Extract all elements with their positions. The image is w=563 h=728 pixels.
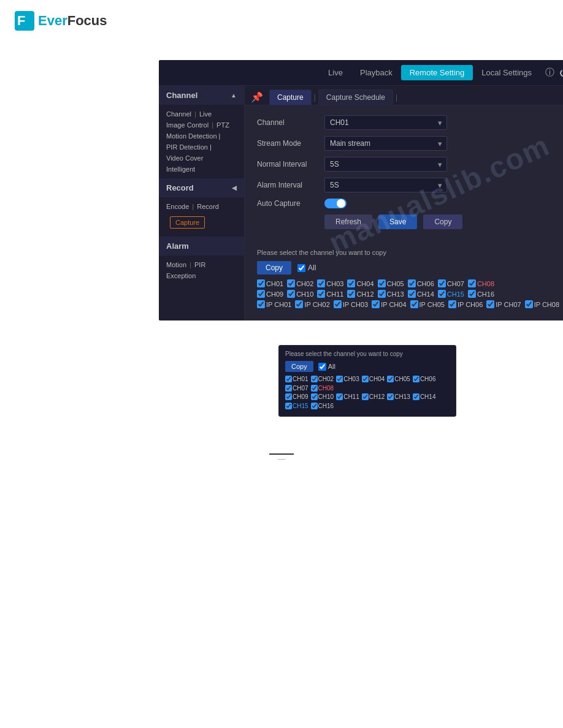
alarm-interval-select-wrapper: 5S10S30S1min [324,178,447,192]
copy-header: Copy All [257,261,563,275]
capture-button[interactable]: Capture [170,216,205,229]
channel-select[interactable]: CH01CH02CH03CH04 [324,115,447,130]
content-area: Channel ▲ Channel | Live Image Control |… [159,86,563,320]
channel-arrow-icon: ▲ [231,92,237,99]
ch08-check[interactable]: CH08 [468,279,494,287]
auto-capture-toggle[interactable]: ✓ [324,199,347,208]
normal-interval-select[interactable]: 5S10S30S1min [324,157,447,172]
nav-local-settings[interactable]: Local Settings [473,65,540,80]
ch15-check[interactable]: CH15 [438,290,464,298]
logo-area: F EverFocus [0,0,563,42]
tab-capture-schedule[interactable]: Capture Schedule [318,89,393,105]
everfocus-logo-icon: F [15,11,34,31]
copy-channels-button[interactable]: Copy [257,261,291,275]
form-row-alarm-interval: Alarm Interval 5S10S30S1min [257,178,563,192]
zoom-screenshot: Please select the channel you want to co… [278,345,456,417]
zoom-copy-button[interactable]: Copy [285,361,313,372]
ch01-check[interactable]: CH01 [257,279,283,287]
nav-remote-setting[interactable]: Remote Setting [401,65,473,80]
copy-note: Please select the channel you want to co… [257,249,563,256]
ch02-check[interactable]: CH02 [287,279,313,287]
sidebar-item-pir-detection[interactable]: PIR Detection | [159,142,244,153]
page-number: — [0,453,563,482]
ch04-check[interactable]: CH04 [347,279,373,287]
ch12-check[interactable]: CH12 [347,290,373,298]
sidebar-item-motion-pir[interactable]: Motion | PIR [159,259,244,270]
channel-select-wrapper: CH01CH02CH03CH04 [324,115,447,130]
record-sub-items: Encode | Record Capture [159,197,244,237]
copy-button[interactable]: Copy [423,214,462,229]
ip-ch07-check[interactable]: IP CH07 [486,300,521,308]
zoom-copy-header: Copy All [285,361,450,372]
sidebar-item-encode-record[interactable]: Encode | Record [159,201,244,212]
tab-pin-icon: 📌 [251,91,263,103]
tab-capture[interactable]: Capture [269,89,312,105]
ch11-check[interactable]: CH11 [317,290,343,298]
sidebar-item-intelligent[interactable]: Intelligent [159,164,244,175]
stream-mode-select-wrapper: Main streamSub stream [324,136,447,151]
svg-text:F: F [17,13,25,28]
nav-icons: ⓘ ⏻ [545,67,563,78]
ip-ch04-check[interactable]: IP CH04 [372,300,406,308]
ch05-check[interactable]: CH05 [378,279,404,287]
form-row-stream-mode: Stream Mode Main streamSub stream [257,136,563,151]
nav-playback[interactable]: Playback [351,65,401,80]
ch07-check[interactable]: CH07 [438,279,464,287]
all-checkbox-label[interactable]: All [297,264,316,272]
action-buttons: Refresh Save Copy [324,214,563,229]
ch14-check[interactable]: CH14 [408,290,434,298]
save-button[interactable]: Save [378,214,417,229]
power-icon[interactable]: ⏻ [559,67,563,78]
ip-ch08-check[interactable]: IP CH08 [525,300,559,308]
zoom-copy-section: Please select the channel you want to co… [279,346,456,416]
channel-row-2: CH09 CH10 CH11 CH12 CH13 CH14 CH15 CH16 [257,290,563,298]
sidebar-channel-header[interactable]: Channel ▲ [159,86,244,105]
sidebar-item-exception[interactable]: Exception [159,270,244,281]
ip-ch03-check[interactable]: IP CH03 [334,300,368,308]
normal-interval-label: Normal Interval [257,160,324,169]
stream-mode-select[interactable]: Main streamSub stream [324,136,447,151]
ch16-check[interactable]: CH16 [468,290,494,298]
ip-ch02-check[interactable]: IP CH02 [295,300,329,308]
sidebar-item-video-cover[interactable]: Video Cover [159,153,244,164]
ip-ch06-check[interactable]: IP CH06 [448,300,483,308]
main-screenshot: manualslib.com Live Playback Remote Sett… [159,60,563,320]
ip-ch01-check[interactable]: IP CH01 [257,300,291,308]
alarm-sub-items: Motion | PIR Exception [159,256,244,285]
form-area: Channel CH01CH02CH03CH04 Stream Mode Mai… [245,105,563,249]
info-icon[interactable]: ⓘ [545,67,554,78]
top-nav: Live Playback Remote Setting Local Setti… [159,60,563,86]
refresh-button[interactable]: Refresh [324,214,372,229]
ch13-check[interactable]: CH13 [378,290,404,298]
record-arrow-icon: ◀ [232,184,237,191]
sidebar-alarm-header[interactable]: Alarm [159,237,244,256]
all-label: All [308,264,316,272]
toggle-track[interactable]: ✓ [324,199,347,208]
stream-mode-label: Stream Mode [257,139,324,148]
tab-bar: 📌 Capture | Capture Schedule | [245,86,563,105]
sidebar-record-header[interactable]: Record ◀ [159,178,244,197]
ch09-check[interactable]: CH09 [257,290,283,298]
zoom-all-label: All [328,363,335,370]
sidebar-item-channel-live[interactable]: Channel | Live [159,108,244,119]
channel-row-ip: IP CH01 IP CH02 IP CH03 IP CH04 IP CH05 … [257,300,563,308]
form-row-auto-capture: Auto Capture ✓ [257,199,563,208]
zoom-all-checkbox-label[interactable]: All [318,363,335,371]
ch03-check[interactable]: CH03 [317,279,343,287]
ch10-check[interactable]: CH10 [287,290,313,298]
sidebar-item-motion-detection[interactable]: Motion Detection | [159,131,244,142]
zoom-all-checkbox[interactable] [318,363,326,371]
all-checkbox[interactable] [297,264,305,272]
toggle-check-icon: ✓ [339,200,344,207]
alarm-interval-select[interactable]: 5S10S30S1min [324,178,447,192]
copy-section: Please select the channel you want to co… [245,249,563,320]
ip-ch05-check[interactable]: IP CH05 [410,300,445,308]
normal-interval-select-wrapper: 5S10S30S1min [324,157,447,172]
main-panel: 📌 Capture | Capture Schedule | Channel C… [245,86,563,320]
ch06-check[interactable]: CH06 [408,279,434,287]
brand-name: EverFocus [38,13,107,29]
sidebar-item-image-control[interactable]: Image Control | PTZ [159,119,244,131]
nav-live[interactable]: Live [320,65,351,80]
form-row-channel: Channel CH01CH02CH03CH04 [257,115,563,130]
alarm-interval-label: Alarm Interval [257,181,324,189]
